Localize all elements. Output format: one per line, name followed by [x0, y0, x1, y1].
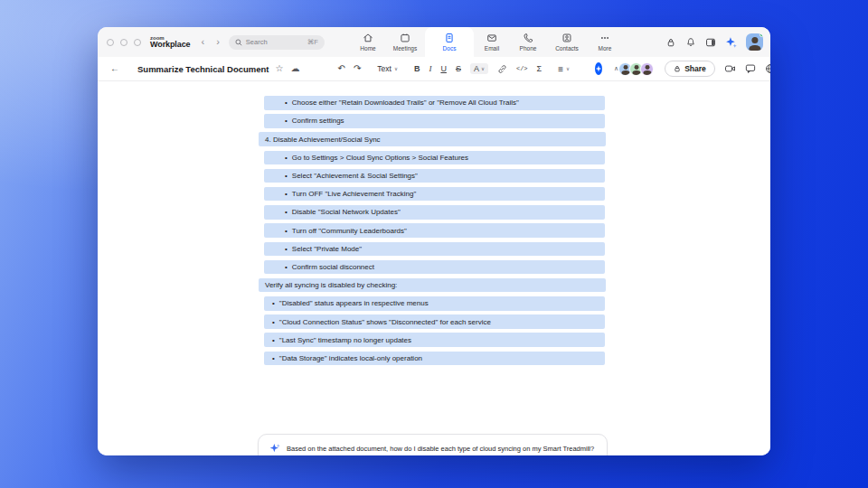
bullet-icon [272, 299, 279, 307]
text-style-dropdown[interactable]: Text ∨ [377, 64, 398, 73]
document-line[interactable]: Confirm social disconnect [264, 260, 605, 275]
document-line[interactable]: Select "Achievement & Social Settings" [264, 169, 605, 183]
ai-companion-panel: Based on the attached document, how do I… [258, 434, 608, 455]
search-placeholder: Search [246, 38, 268, 46]
app-topbar: zoom Workplace ‹ › Search ⌘F Home Meeti [98, 27, 770, 57]
close-window-button[interactable] [107, 39, 114, 46]
nav-tab-docs[interactable]: Docs [425, 27, 474, 57]
video-call-icon[interactable] [724, 63, 736, 74]
bullet-icon [285, 117, 292, 125]
nav-tab-contacts[interactable]: Contacts [546, 27, 588, 57]
search-icon [235, 39, 242, 46]
bullet-icon [285, 154, 292, 162]
chat-bubble-icon[interactable] [745, 63, 756, 74]
chevron-down-icon: ∨ [566, 66, 570, 71]
nav-label: Phone [520, 45, 537, 52]
code-block-button[interactable]: </> [516, 65, 528, 72]
back-button[interactable]: ← [110, 64, 119, 73]
document-line[interactable]: Disable "Social Network Updates" [264, 205, 605, 220]
text-style-label: Text [377, 64, 392, 73]
document-line[interactable]: Verify all syncing is disabled by checki… [259, 278, 606, 293]
document-line[interactable]: Choose either "Retain Downloaded Trails"… [264, 96, 605, 110]
document-line-text: Confirm settings [292, 117, 344, 125]
bullet-icon [285, 245, 292, 253]
document-line-text: "Cloud Connection Status" shows "Disconn… [279, 318, 491, 326]
chevron-down-icon: ∨ [394, 66, 398, 71]
zoom-workplace-logo: zoom Workplace [150, 35, 190, 49]
share-button[interactable]: Share [665, 61, 715, 77]
document-line[interactable]: "Data Storage" indicates local-only oper… [264, 352, 605, 366]
nav-tab-meetings[interactable]: Meetings [385, 27, 425, 57]
document-line-text: "Disabled" status appears in respective … [279, 299, 429, 307]
minimize-window-button[interactable] [120, 39, 127, 46]
favorite-star-icon[interactable]: ☆ [276, 64, 284, 73]
zoom-workplace-window: zoom Workplace ‹ › Search ⌘F Home Meeti [98, 27, 770, 455]
document-line[interactable]: Select "Private Mode" [264, 242, 605, 257]
ai-companion-sparkle-icon[interactable] [725, 36, 737, 48]
bold-button[interactable]: B [414, 64, 420, 73]
document-line-text: Turn off "Community Leaderboards" [292, 227, 407, 235]
online-status-dot [760, 33, 763, 37]
logo-workplace-text: Workplace [150, 41, 190, 49]
formula-button[interactable]: Σ [537, 64, 542, 73]
document-line[interactable]: Turn OFF "Live Achievement Tracking" [264, 187, 605, 202]
history-forward-button[interactable]: › [216, 37, 220, 47]
document-line[interactable]: Turn off "Community Leaderboards" [264, 223, 605, 238]
nav-label: Email [485, 45, 499, 52]
more-icon [599, 33, 610, 43]
mail-icon [486, 33, 497, 43]
search-shortcut: ⌘F [307, 38, 318, 46]
share-lock-icon [674, 65, 681, 72]
document-line[interactable]: Confirm settings [264, 114, 605, 128]
list-format-dropdown[interactable]: ≡ ∨ [558, 64, 570, 74]
bullet-icon [272, 318, 279, 326]
ai-companion-button[interactable] [595, 62, 602, 75]
document-line-text: Select "Private Mode" [292, 245, 362, 253]
lock-icon[interactable] [665, 37, 676, 48]
globe-icon[interactable] [765, 63, 770, 74]
nav-tab-phone[interactable]: Phone [510, 27, 546, 57]
document-highlight-list: Choose either "Retain Downloaded Trails"… [259, 96, 606, 370]
document-line[interactable]: "Disabled" status appears in respective … [264, 296, 605, 311]
collaborator-avatar[interactable] [640, 62, 654, 76]
nav-tab-more[interactable]: More [588, 27, 622, 57]
chevron-down-icon: ∨ [481, 66, 485, 71]
share-label: Share [684, 64, 706, 73]
document-line[interactable]: "Last Sync" timestamp no longer updates [264, 333, 605, 347]
bullet-icon [285, 172, 292, 180]
notifications-bell-icon[interactable] [685, 37, 696, 48]
bullet-icon [285, 227, 292, 235]
underline-button[interactable]: U [440, 64, 447, 73]
bullet-icon [285, 190, 292, 198]
italic-button[interactable]: I [429, 64, 431, 73]
window-controls [107, 39, 141, 46]
nav-label: More [599, 45, 612, 52]
redo-button[interactable]: ↷ [354, 64, 361, 73]
nav-label: Docs [443, 45, 457, 52]
document-title[interactable]: Summarize Technical Document [137, 64, 269, 74]
document-line-text: Confirm social disconnect [292, 263, 374, 271]
history-back-button[interactable]: ‹ [201, 37, 204, 47]
nav-label: Home [360, 45, 375, 52]
document-toolbar: ← Summarize Technical Document ☆ ☁ ↶ ↷ T… [98, 57, 770, 81]
home-icon [363, 33, 373, 43]
document-line[interactable]: "Cloud Connection Status" shows "Disconn… [264, 314, 605, 329]
text-color-dropdown[interactable]: A ∨ [470, 63, 488, 74]
side-panel-icon[interactable] [705, 37, 716, 48]
document-line-text: "Data Storage" indicates local-only oper… [279, 354, 422, 362]
nav-tab-home[interactable]: Home [351, 27, 385, 57]
contacts-icon [561, 33, 572, 43]
profile-avatar[interactable] [746, 33, 763, 51]
zoom-window-button[interactable] [134, 39, 141, 46]
search-input[interactable]: Search ⌘F [229, 35, 325, 50]
nav-tab-email[interactable]: Email [474, 27, 510, 57]
bullet-icon [285, 99, 292, 107]
document-line[interactable]: Go to Settings > Cloud Sync Options > So… [264, 151, 605, 165]
link-icon[interactable] [497, 64, 507, 74]
undo-button[interactable]: ↶ [338, 64, 345, 73]
cloud-sync-icon: ☁ [291, 64, 300, 73]
document-line[interactable]: 4. Disable Achievement/Social Sync [259, 132, 606, 146]
text-color-label: A [474, 64, 479, 73]
document-line-text: Choose either "Retain Downloaded Trails"… [292, 99, 519, 107]
strikethrough-button[interactable]: S [456, 64, 461, 73]
